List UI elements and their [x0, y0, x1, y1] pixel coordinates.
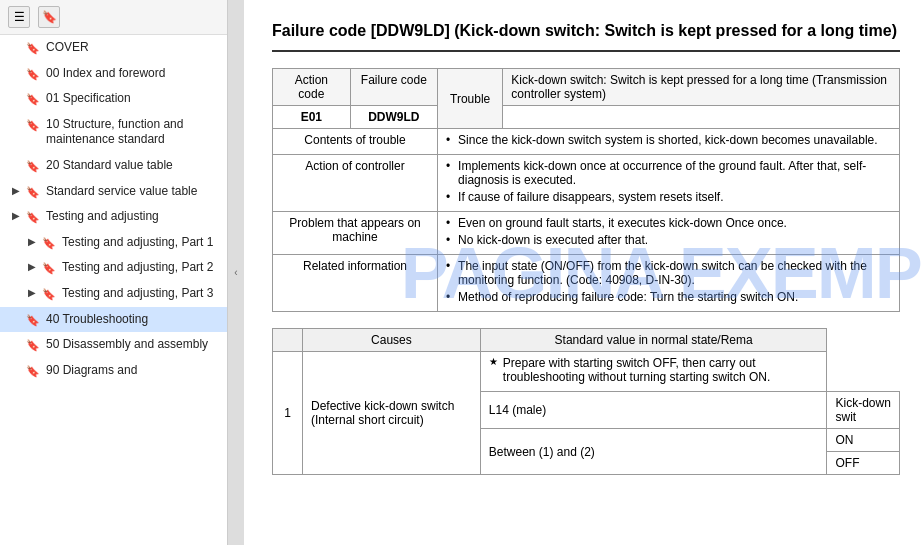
- causes-table: Causes Standard value in normal state/Re…: [272, 328, 900, 475]
- bookmark-icon: 🔖: [42, 261, 56, 275]
- info-row: Action of controllerImplements kick-down…: [273, 155, 900, 212]
- bookmark-icon: 🔖: [26, 67, 40, 81]
- sidebar-item-00-index[interactable]: 🔖00 Index and foreword: [0, 61, 227, 87]
- main-content: Failure code [DDW9LD] (Kick-down switch:…: [244, 0, 924, 545]
- page-title: Failure code [DDW9LD] (Kick-down switch:…: [272, 20, 900, 52]
- info-bullet: Implements kick-down once at occurrence …: [446, 159, 891, 187]
- bookmark-icon: 🔖: [42, 236, 56, 250]
- num-header: [273, 329, 303, 352]
- sidebar-item-label: 90 Diagrams and: [46, 363, 219, 379]
- info-row: Related informationThe input state (ON/O…: [273, 255, 900, 312]
- info-bullet: If cause of failure disappears, system r…: [446, 190, 891, 204]
- sidebar-item-label: Testing and adjusting: [46, 209, 219, 225]
- expand-arrow-icon[interactable]: ▶: [28, 286, 38, 299]
- sidebar-item-testing-part3[interactable]: ▶ 🔖Testing and adjusting, Part 3: [0, 281, 227, 307]
- expand-arrow-icon[interactable]: ▶: [12, 209, 22, 222]
- sidebar-item-20-standard[interactable]: 🔖20 Standard value table: [0, 153, 227, 179]
- info-bullet: The input state (ON/OFF) from the kick-d…: [446, 259, 891, 287]
- bookmark-icon: 🔖: [26, 159, 40, 173]
- cause-kickdown-value: Kick-down swit: [827, 392, 900, 429]
- info-row-content: Since the kick-down switch system is sho…: [438, 129, 900, 155]
- sidebar-item-label: COVER: [46, 40, 219, 56]
- expand-arrow-icon[interactable]: ▶: [12, 184, 22, 197]
- cause-l14-label: L14 (male): [480, 392, 827, 429]
- sidebar-item-cover[interactable]: 🔖COVER: [0, 35, 227, 61]
- sidebar-item-label: 20 Standard value table: [46, 158, 219, 174]
- sidebar-item-label: Standard service value table: [46, 184, 219, 200]
- sidebar-item-label: Testing and adjusting, Part 2: [62, 260, 219, 276]
- col-failure-code: Failure code: [350, 69, 437, 106]
- trouble-desc-empty: [503, 106, 900, 129]
- sidebar-item-label: Testing and adjusting, Part 3: [62, 286, 219, 302]
- sidebar-item-10-structure[interactable]: 🔖10 Structure, function and maintenance …: [0, 112, 227, 153]
- sidebar-collapse-button[interactable]: ‹: [228, 0, 244, 545]
- sidebar-item-label: 01 Specification: [46, 91, 219, 107]
- sidebar-item-90-diagrams[interactable]: 🔖90 Diagrams and: [0, 358, 227, 384]
- action-code-value: E01: [273, 106, 351, 129]
- cause-off-value: OFF: [827, 452, 900, 475]
- chevron-left-icon: ‹: [234, 267, 237, 278]
- bookmark-icon: 🔖: [26, 185, 40, 199]
- info-bullet: Even on ground fault starts, it executes…: [446, 216, 891, 230]
- cause-on-value: ON: [827, 429, 900, 452]
- col-trouble: Trouble: [438, 69, 503, 129]
- info-row: Problem that appears on machineEven on g…: [273, 212, 900, 255]
- bookmark-icon: 🔖: [26, 41, 40, 55]
- info-row-content: Even on ground fault starts, it executes…: [438, 212, 900, 255]
- expand-arrow-icon[interactable]: ▶: [28, 235, 38, 248]
- menu-icon[interactable]: ☰: [8, 6, 30, 28]
- causes-header: Causes: [303, 329, 481, 352]
- bookmark-icon: 🔖: [26, 92, 40, 106]
- col-action-code: Action code: [273, 69, 351, 106]
- info-row-content: Implements kick-down once at occurrence …: [438, 155, 900, 212]
- info-row: Contents of troubleSince the kick-down s…: [273, 129, 900, 155]
- expand-arrow-icon[interactable]: ▶: [28, 260, 38, 273]
- causes-row: 1Defective kick-down switch (Internal sh…: [273, 352, 900, 392]
- sidebar-item-01-spec[interactable]: 🔖01 Specification: [0, 86, 227, 112]
- bookmark-icon: 🔖: [26, 313, 40, 327]
- sidebar-item-standard-service[interactable]: ▶ 🔖Standard service value table: [0, 179, 227, 205]
- bookmark-icon: 🔖: [26, 338, 40, 352]
- sidebar-toolbar: ☰ 🔖: [0, 0, 227, 35]
- sidebar-item-label: 40 Troubleshooting: [46, 312, 219, 328]
- bookmark-icon: 🔖: [26, 364, 40, 378]
- cause-between-label: Between (1) and (2): [480, 429, 827, 475]
- info-row-label: Contents of trouble: [273, 129, 438, 155]
- standard-header: Standard value in normal state/Rema: [480, 329, 827, 352]
- sidebar-item-label: 50 Disassembly and assembly: [46, 337, 219, 353]
- prepare-note-item: Prepare with starting switch OFF, then c…: [489, 356, 819, 384]
- sidebar-item-label: 10 Structure, function and maintenance s…: [46, 117, 219, 148]
- cause-prepare-note: Prepare with starting switch OFF, then c…: [480, 352, 827, 392]
- info-bullet: No kick-down is executed after that.: [446, 233, 891, 247]
- col-trouble-desc: Kick-down switch: Switch is kept pressed…: [503, 69, 900, 106]
- info-row-label: Problem that appears on machine: [273, 212, 438, 255]
- sidebar-item-label: 00 Index and foreword: [46, 66, 219, 82]
- sidebar: ☰ 🔖 🔖COVER🔖00 Index and foreword🔖01 Spec…: [0, 0, 228, 545]
- sidebar-item-testing-part2[interactable]: ▶ 🔖Testing and adjusting, Part 2: [0, 255, 227, 281]
- info-row-content: The input state (ON/OFF) from the kick-d…: [438, 255, 900, 312]
- bookmark-icon: 🔖: [26, 118, 40, 132]
- info-bullet: Since the kick-down switch system is sho…: [446, 133, 891, 147]
- sidebar-item-label: Testing and adjusting, Part 1: [62, 235, 219, 251]
- cause-description: Defective kick-down switch (Internal sho…: [303, 352, 481, 475]
- bookmark-icon[interactable]: 🔖: [38, 6, 60, 28]
- bookmark-icon: 🔖: [42, 287, 56, 301]
- failure-code-value: DDW9LD: [350, 106, 437, 129]
- sidebar-item-testing-part1[interactable]: ▶ 🔖Testing and adjusting, Part 1: [0, 230, 227, 256]
- sidebar-item-testing-adjusting[interactable]: ▶ 🔖Testing and adjusting: [0, 204, 227, 230]
- bookmark-icon: 🔖: [26, 210, 40, 224]
- info-row-label: Action of controller: [273, 155, 438, 212]
- sidebar-item-50-disassembly[interactable]: 🔖50 Disassembly and assembly: [0, 332, 227, 358]
- sidebar-item-40-troubleshooting[interactable]: 🔖40 Troubleshooting: [0, 307, 227, 333]
- info-table: Action code Failure code Trouble Kick-do…: [272, 68, 900, 312]
- info-bullet: Method of reproducing failure code: Turn…: [446, 290, 891, 304]
- sidebar-nav: 🔖COVER🔖00 Index and foreword🔖01 Specific…: [0, 35, 227, 545]
- cause-number: 1: [273, 352, 303, 475]
- info-row-label: Related information: [273, 255, 438, 312]
